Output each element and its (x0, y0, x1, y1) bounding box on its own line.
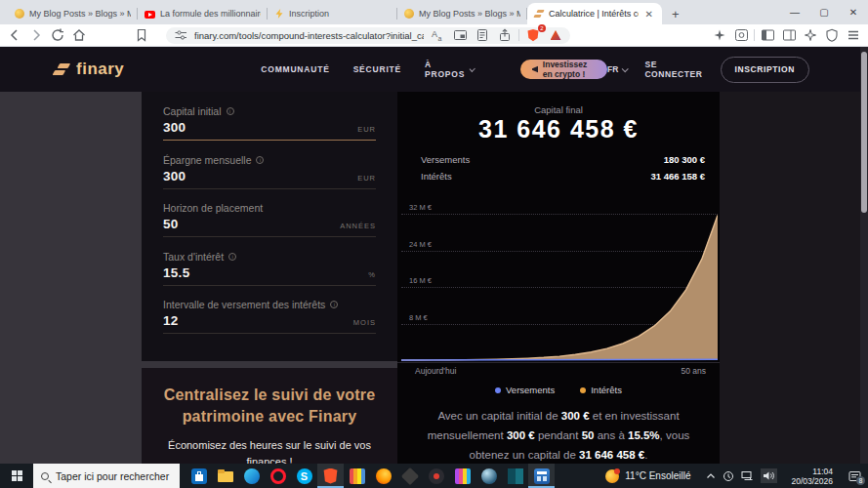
taskbar-teal-app-icon[interactable] (502, 464, 528, 488)
field-label: Taux d'intérêt (163, 251, 224, 263)
signup-button[interactable]: INSCRIPTION (721, 57, 809, 83)
reload-icon[interactable] (49, 27, 66, 43)
home-icon[interactable] (70, 27, 88, 43)
calculator-page: Capital initiali 300EUR Épargne mensuell… (0, 92, 868, 464)
weather-widget[interactable]: 11°C Ensoleillé (596, 469, 700, 483)
taskbar-opera-icon[interactable] (265, 464, 291, 488)
taskbar-edge-icon[interactable] (238, 464, 265, 488)
page-scrollbar[interactable] (860, 47, 868, 464)
login-link[interactable]: SE CONNECTER (644, 60, 702, 79)
site-settings-tune-icon[interactable] (172, 27, 189, 43)
tab-youtube[interactable]: La formule des millionnaires : les inté (138, 3, 268, 24)
brave-shield-icon[interactable]: 2 (524, 27, 542, 43)
volume-icon[interactable] (761, 468, 777, 483)
field-taux-interet: Taux d'intérêti 15.5% (163, 251, 376, 286)
field-unit: ANNÉES (340, 222, 376, 230)
header-nav: COMMUNAUTÉ SÉCURITÉ À PROPOS Investissez… (261, 60, 607, 79)
taskbar-brave-icon-active[interactable] (317, 464, 344, 488)
close-window-button[interactable]: ✕ (839, 0, 868, 24)
legend-item-versements[interactable]: Versements (495, 385, 555, 395)
nav-securite[interactable]: SÉCURITÉ (353, 64, 401, 74)
close-tab-icon[interactable]: ✕ (643, 9, 655, 20)
browser-tabbar: My Blog Posts » Blogs » Markethive La fo… (0, 0, 868, 24)
back-icon[interactable] (6, 27, 23, 43)
search-placeholder: Taper ici pour rechercher (56, 470, 169, 482)
sidebar-icon[interactable] (759, 27, 776, 43)
legend-item-intérêts[interactable]: Intérêts (580, 385, 622, 395)
crypto-cta-button[interactable]: Investissez en crypto ! (520, 60, 607, 79)
capital-initial-input[interactable]: 300 (163, 120, 186, 135)
weather-text: 11°C Ensoleillé (625, 470, 690, 481)
forward-icon[interactable] (27, 27, 45, 43)
minimize-button[interactable]: — (780, 0, 809, 24)
tab-markethive-1[interactable]: My Blog Posts » Blogs » Markethive (8, 3, 138, 24)
taux-input[interactable]: 15.5 (163, 265, 189, 280)
nav-a-propos[interactable]: À PROPOS (425, 60, 474, 79)
language-selector[interactable]: FR (607, 64, 627, 74)
markethive-icon (15, 9, 24, 19)
network-icon[interactable] (741, 470, 754, 481)
share-icon[interactable] (496, 27, 514, 43)
info-icon[interactable]: i (228, 253, 236, 261)
windows-taskbar: Taper ici pour rechercher S 11°C Ensolei… (0, 464, 868, 488)
scrollbar-thumb[interactable] (861, 52, 867, 213)
start-button[interactable] (0, 464, 33, 488)
field-label: Capital initial (163, 105, 222, 117)
url-text[interactable]: finary.com/tools/compound-interests-calc… (194, 30, 424, 41)
field-intervalle-versement: Intervalle de versement des intérêtsi 12… (163, 299, 376, 334)
spark-icon (274, 9, 284, 19)
taskbar-store-icon[interactable] (186, 464, 212, 488)
browser-viewport: finary COMMUNAUTÉ SÉCURITÉ À PROPOS Inve… (0, 47, 868, 464)
tab-title: Calculatrice | Intérêts composés (549, 9, 639, 19)
translate-icon[interactable]: Aa (429, 27, 446, 43)
tab-active-calculatrice[interactable]: Calculatrice | Intérêts composés ✕ (527, 3, 662, 24)
onedrive-sync-icon[interactable] (723, 470, 734, 482)
reader-mode-icon[interactable] (474, 27, 491, 43)
url-bar[interactable]: finary.com/tools/compound-interests-calc… (166, 27, 570, 44)
taskbar-apps: S (186, 464, 555, 488)
menu-icon[interactable] (845, 27, 862, 43)
maximize-button[interactable]: ▢ (809, 0, 839, 24)
split-view-icon[interactable] (780, 27, 798, 43)
picture-in-picture-icon[interactable] (451, 27, 469, 43)
tab-markethive-2[interactable]: My Blog Posts » Blogs » Markethive (397, 3, 527, 24)
tray-expand-icon[interactable] (706, 472, 716, 480)
brave-rewards-icon[interactable] (547, 27, 564, 43)
nav-communaute[interactable]: COMMUNAUTÉ (261, 64, 329, 74)
svg-text:a: a (438, 35, 442, 42)
tab-inscription[interactable]: Inscription (268, 3, 397, 24)
taskbar-pdf-stripes-icon[interactable] (344, 464, 370, 488)
taskbar-firefox-icon[interactable] (370, 464, 396, 488)
field-capital-initial: Capital initiali 300EUR (163, 105, 376, 141)
taskbar-inkscape-icon[interactable] (396, 464, 423, 488)
vpn-shield-icon[interactable] (823, 27, 841, 43)
divider (518, 29, 519, 41)
new-tab-button[interactable]: + (662, 7, 689, 24)
horizon-input[interactable]: 50 (163, 217, 179, 231)
tab-title: Inscription (289, 9, 391, 19)
epargne-mensuelle-input[interactable]: 300 (163, 169, 186, 183)
taskbar-globe-app-icon[interactable] (475, 464, 502, 488)
chart-legend: VersementsIntérêts (397, 385, 720, 395)
bookmark-icon[interactable] (133, 27, 150, 43)
finary-logo[interactable]: finary (54, 60, 124, 79)
taskbar-skype-icon[interactable]: S (291, 464, 317, 488)
info-icon[interactable]: i (330, 301, 338, 308)
taskbar-file-explorer-icon[interactable] (212, 464, 238, 488)
taskbar-search-input[interactable]: Taper ici pour rechercher (33, 464, 180, 488)
info-icon[interactable]: i (256, 156, 264, 164)
chart-plot[interactable]: 8 M €16 M €24 M €32 M € (401, 201, 718, 361)
taskbar-screen-recorder-icon[interactable] (423, 464, 449, 488)
taskbar-calculator-icon-active[interactable] (528, 464, 555, 488)
tab-search-icon[interactable] (732, 27, 750, 43)
action-center-button[interactable]: 8 (841, 464, 868, 488)
chevron-down-icon (469, 65, 475, 72)
rewards-sparkle-icon[interactable] (802, 27, 819, 43)
field-unit: EUR (357, 174, 376, 183)
taskbar-rainbow-app-icon[interactable] (449, 464, 475, 488)
intervalle-input[interactable]: 12 (163, 313, 179, 328)
info-icon[interactable]: i (227, 107, 234, 115)
leo-ai-icon[interactable] (711, 27, 728, 43)
interets-area (401, 216, 718, 360)
taskbar-clock[interactable]: 11:04 20/03/2026 (783, 467, 841, 486)
